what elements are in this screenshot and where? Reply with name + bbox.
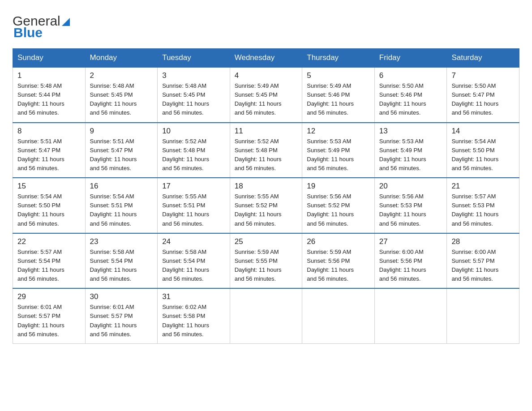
- calendar-cell: 6 Sunrise: 5:50 AMSunset: 5:46 PMDayligh…: [374, 67, 447, 123]
- day-info: Sunrise: 5:58 AMSunset: 5:54 PMDaylight:…: [90, 248, 153, 284]
- day-number: 3: [162, 71, 225, 80]
- day-info: Sunrise: 5:49 AMSunset: 5:46 PMDaylight:…: [307, 81, 370, 118]
- day-info: Sunrise: 5:50 AMSunset: 5:46 PMDaylight:…: [379, 81, 442, 118]
- day-number: 15: [17, 182, 81, 191]
- day-number: 14: [451, 127, 515, 136]
- calendar-cell: 22 Sunrise: 5:57 AMSunset: 5:54 PMDaylig…: [13, 233, 86, 289]
- calendar-cell: 3 Sunrise: 5:48 AMSunset: 5:45 PMDayligh…: [158, 67, 230, 123]
- day-number: 18: [235, 182, 298, 191]
- calendar-cell: 31 Sunrise: 6:02 AMSunset: 5:58 PMDaylig…: [158, 288, 230, 343]
- calendar-cell: 7 Sunrise: 5:50 AMSunset: 5:47 PMDayligh…: [447, 67, 519, 123]
- calendar-cell: 8 Sunrise: 5:51 AMSunset: 5:47 PMDayligh…: [13, 123, 86, 178]
- page-header: General Blue: [13, 11, 519, 40]
- calendar-cell: 5 Sunrise: 5:49 AMSunset: 5:46 PMDayligh…: [302, 67, 375, 123]
- day-info: Sunrise: 5:53 AMSunset: 5:49 PMDaylight:…: [379, 137, 442, 173]
- day-number: 28: [451, 237, 515, 246]
- logo-blue-text: Blue: [13, 25, 43, 40]
- week-row-5: 29 Sunrise: 6:01 AMSunset: 5:57 PMDaylig…: [13, 288, 519, 343]
- week-row-2: 8 Sunrise: 5:51 AMSunset: 5:47 PMDayligh…: [13, 123, 519, 178]
- calendar-cell: 28 Sunrise: 6:00 AMSunset: 5:57 PMDaylig…: [447, 233, 519, 289]
- day-info: Sunrise: 5:51 AMSunset: 5:47 PMDaylight:…: [90, 137, 153, 173]
- day-number: 25: [235, 237, 298, 246]
- day-number: 16: [90, 182, 153, 191]
- day-number: 20: [379, 182, 442, 191]
- calendar-table: SundayMondayTuesdayWednesdayThursdayFrid…: [13, 48, 519, 344]
- calendar-cell: 23 Sunrise: 5:58 AMSunset: 5:54 PMDaylig…: [85, 233, 158, 289]
- day-info: Sunrise: 5:48 AMSunset: 5:45 PMDaylight:…: [162, 81, 225, 118]
- day-info: Sunrise: 5:51 AMSunset: 5:47 PMDaylight:…: [17, 137, 81, 173]
- day-number: 8: [17, 127, 81, 136]
- column-header-tuesday: Tuesday: [158, 49, 230, 68]
- calendar-cell: 17 Sunrise: 5:55 AMSunset: 5:51 PMDaylig…: [158, 178, 230, 233]
- column-header-friday: Friday: [374, 49, 447, 68]
- calendar-cell: 24 Sunrise: 5:58 AMSunset: 5:54 PMDaylig…: [158, 233, 230, 289]
- day-info: Sunrise: 5:55 AMSunset: 5:51 PMDaylight:…: [162, 192, 225, 228]
- day-info: Sunrise: 6:02 AMSunset: 5:58 PMDaylight:…: [162, 303, 225, 339]
- calendar-cell: 20 Sunrise: 5:56 AMSunset: 5:53 PMDaylig…: [374, 178, 447, 233]
- day-number: 4: [235, 71, 298, 80]
- day-info: Sunrise: 5:56 AMSunset: 5:53 PMDaylight:…: [379, 192, 442, 228]
- calendar-cell: 9 Sunrise: 5:51 AMSunset: 5:47 PMDayligh…: [85, 123, 158, 178]
- day-number: 21: [451, 182, 515, 191]
- calendar-cell: 13 Sunrise: 5:53 AMSunset: 5:49 PMDaylig…: [374, 123, 447, 178]
- day-info: Sunrise: 5:52 AMSunset: 5:48 PMDaylight:…: [235, 137, 298, 173]
- day-number: 5: [307, 71, 370, 80]
- calendar-cell: 10 Sunrise: 5:52 AMSunset: 5:48 PMDaylig…: [158, 123, 230, 178]
- day-number: 6: [379, 71, 442, 80]
- day-info: Sunrise: 5:50 AMSunset: 5:47 PMDaylight:…: [451, 81, 515, 118]
- day-info: Sunrise: 5:57 AMSunset: 5:54 PMDaylight:…: [17, 248, 81, 284]
- day-info: Sunrise: 5:48 AMSunset: 5:45 PMDaylight:…: [90, 81, 153, 118]
- calendar-cell: 1 Sunrise: 5:48 AMSunset: 5:44 PMDayligh…: [13, 67, 86, 123]
- day-number: 1: [17, 71, 81, 80]
- calendar-cell: [302, 288, 375, 343]
- day-number: 12: [307, 127, 370, 136]
- day-number: 17: [162, 182, 225, 191]
- calendar-cell: 16 Sunrise: 5:54 AMSunset: 5:51 PMDaylig…: [85, 178, 158, 233]
- day-number: 30: [90, 292, 153, 301]
- calendar-cell: [374, 288, 447, 343]
- column-header-wednesday: Wednesday: [230, 49, 302, 68]
- column-header-thursday: Thursday: [302, 49, 375, 68]
- column-header-monday: Monday: [85, 49, 158, 68]
- calendar-cell: 12 Sunrise: 5:53 AMSunset: 5:49 PMDaylig…: [302, 123, 375, 178]
- day-number: 11: [235, 127, 298, 136]
- day-info: Sunrise: 6:01 AMSunset: 5:57 PMDaylight:…: [17, 303, 81, 339]
- calendar-cell: 29 Sunrise: 6:01 AMSunset: 5:57 PMDaylig…: [13, 288, 86, 343]
- day-number: 26: [307, 237, 370, 246]
- calendar-cell: 11 Sunrise: 5:52 AMSunset: 5:48 PMDaylig…: [230, 123, 302, 178]
- day-number: 9: [90, 127, 153, 136]
- day-number: 22: [17, 237, 81, 246]
- day-info: Sunrise: 5:59 AMSunset: 5:56 PMDaylight:…: [307, 248, 370, 284]
- day-number: 2: [90, 71, 153, 80]
- calendar-cell: 14 Sunrise: 5:54 AMSunset: 5:50 PMDaylig…: [447, 123, 519, 178]
- day-number: 31: [162, 292, 225, 301]
- day-info: Sunrise: 5:54 AMSunset: 5:51 PMDaylight:…: [90, 192, 153, 228]
- day-info: Sunrise: 5:49 AMSunset: 5:45 PMDaylight:…: [235, 81, 298, 118]
- day-info: Sunrise: 5:54 AMSunset: 5:50 PMDaylight:…: [17, 192, 81, 228]
- day-number: 7: [451, 71, 515, 80]
- day-info: Sunrise: 5:53 AMSunset: 5:49 PMDaylight:…: [307, 137, 370, 173]
- calendar-cell: 15 Sunrise: 5:54 AMSunset: 5:50 PMDaylig…: [13, 178, 86, 233]
- calendar-cell: 25 Sunrise: 5:59 AMSunset: 5:55 PMDaylig…: [230, 233, 302, 289]
- calendar-cell: 21 Sunrise: 5:57 AMSunset: 5:53 PMDaylig…: [447, 178, 519, 233]
- day-number: 10: [162, 127, 225, 136]
- week-row-4: 22 Sunrise: 5:57 AMSunset: 5:54 PMDaylig…: [13, 233, 519, 289]
- calendar-cell: 4 Sunrise: 5:49 AMSunset: 5:45 PMDayligh…: [230, 67, 302, 123]
- day-number: 19: [307, 182, 370, 191]
- header-row: SundayMondayTuesdayWednesdayThursdayFrid…: [13, 49, 519, 68]
- svg-marker-0: [62, 18, 70, 26]
- day-info: Sunrise: 5:55 AMSunset: 5:52 PMDaylight:…: [235, 192, 298, 228]
- logo: General Blue: [13, 11, 70, 40]
- day-number: 27: [379, 237, 442, 246]
- calendar-cell: 2 Sunrise: 5:48 AMSunset: 5:45 PMDayligh…: [85, 67, 158, 123]
- day-info: Sunrise: 6:00 AMSunset: 5:56 PMDaylight:…: [379, 248, 442, 284]
- day-info: Sunrise: 5:58 AMSunset: 5:54 PMDaylight:…: [162, 248, 225, 284]
- calendar-cell: [447, 288, 519, 343]
- week-row-3: 15 Sunrise: 5:54 AMSunset: 5:50 PMDaylig…: [13, 178, 519, 233]
- day-info: Sunrise: 6:00 AMSunset: 5:57 PMDaylight:…: [451, 248, 515, 284]
- day-info: Sunrise: 5:48 AMSunset: 5:44 PMDaylight:…: [17, 81, 81, 118]
- column-header-saturday: Saturday: [447, 49, 519, 68]
- day-number: 23: [90, 237, 153, 246]
- day-info: Sunrise: 5:56 AMSunset: 5:52 PMDaylight:…: [307, 192, 370, 228]
- calendar-cell: [230, 288, 302, 343]
